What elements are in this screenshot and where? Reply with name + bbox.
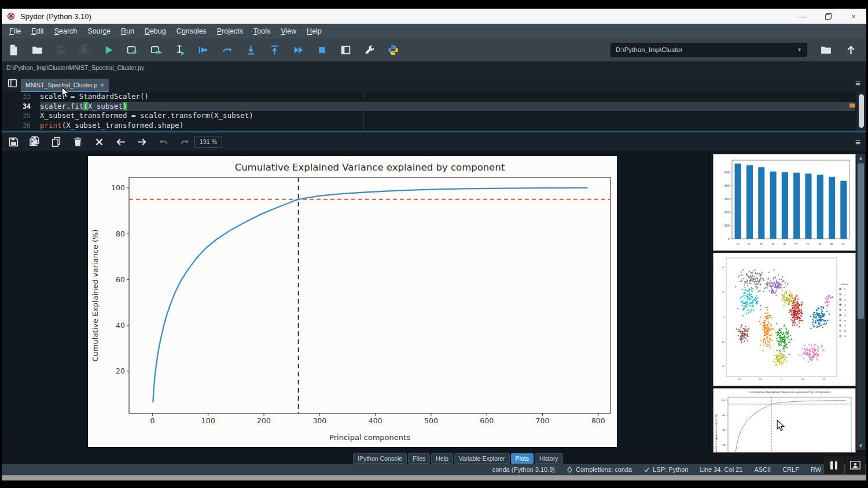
tab-ipython-console[interactable]: IPython Console — [353, 453, 407, 464]
column-ruler — [363, 92, 364, 131]
svg-text:500: 500 — [724, 171, 730, 174]
run-selection-button[interactable] — [174, 44, 186, 56]
run-file-button[interactable] — [102, 44, 115, 56]
code-editor[interactable]: 33scaler = StandardScaler()34scaler.fit(… — [2, 92, 866, 131]
svg-text:300: 300 — [724, 197, 730, 201]
run-cell-button[interactable] — [126, 44, 138, 56]
code-line-34[interactable]: 34scaler.fit(X_subset) — [2, 102, 855, 112]
next-plot-button[interactable] — [136, 136, 148, 148]
toolbar-buttons — [2, 44, 399, 56]
menu-debug[interactable]: Debug — [139, 25, 171, 37]
run-cell-advance-button[interactable] — [150, 44, 162, 56]
snapshot-button[interactable] — [845, 456, 865, 474]
debug-file-button[interactable] — [197, 44, 209, 56]
previous-plot-button[interactable] — [115, 136, 127, 148]
menu-projects[interactable]: Projects — [212, 25, 248, 37]
menu-view[interactable]: View — [275, 25, 301, 37]
restore-button[interactable] — [815, 9, 841, 24]
editor-options-icon[interactable]: ≡ — [855, 78, 860, 88]
svg-text:80: 80 — [722, 414, 726, 417]
menu-run[interactable]: Run — [116, 25, 139, 37]
editor-tab-active[interactable]: MNIST_Spectral_Cluster.py × — [21, 79, 109, 92]
browse-working-directory-button[interactable] — [820, 44, 832, 56]
svg-text:500: 500 — [424, 416, 438, 425]
copy-plot-button[interactable] — [50, 136, 62, 148]
svg-text:3: 3 — [795, 243, 798, 245]
svg-text:Principal components: Principal components — [329, 433, 410, 442]
menu-file[interactable]: File — [4, 25, 26, 37]
tab-close-icon[interactable]: × — [97, 82, 104, 88]
svg-text:9: 9 — [783, 243, 786, 245]
status-lsp: LSP: Python — [643, 466, 688, 473]
svg-text:Cumulative Explained variance: Cumulative Explained variance (%) — [715, 413, 718, 453]
close-button[interactable]: × — [841, 9, 866, 24]
tab-help[interactable]: Help — [431, 453, 453, 464]
preferences-button[interactable] — [363, 44, 376, 56]
menu-help[interactable]: Help — [301, 25, 327, 37]
menu-edit[interactable]: Edit — [26, 25, 49, 37]
tab-variable-explorer[interactable]: Variable Explorer — [454, 453, 510, 464]
save-all-button[interactable] — [79, 44, 91, 56]
working-directory-value: D:\Python_Imp\Cluster — [616, 46, 683, 53]
code-line-36[interactable]: 36print(X_subset_transformed.shape) — [2, 121, 855, 131]
tab-history[interactable]: History — [535, 453, 563, 464]
thumbnail-cumulative-variance-selected[interactable]: 010020030040050060070080020406080100Cumu… — [713, 388, 856, 453]
svg-text:0: 0 — [818, 243, 822, 245]
maximize-pane-button[interactable] — [340, 44, 352, 56]
plot-thumbnails-panel: 01002003004005001746932085 -40-2002040-4… — [709, 151, 867, 453]
pythonpath-manager-button[interactable] — [387, 44, 399, 56]
status-eol: CRLF — [782, 466, 799, 473]
chevron-down-icon[interactable]: ▼ — [793, 45, 802, 54]
editor-scrollbar-thumb[interactable] — [859, 94, 864, 128]
thumbnail-scatter-plot[interactable]: -40-2002040-40-2002040labels0123456789 — [713, 253, 856, 386]
completions-icon — [567, 467, 573, 473]
save-file-button[interactable] — [55, 44, 67, 56]
parent-directory-button[interactable] — [845, 44, 857, 56]
menu-search[interactable]: Search — [49, 25, 83, 37]
thumbnails-scrollbar[interactable]: ▲ ▼ — [856, 154, 865, 450]
plots-options-icon[interactable]: ≡ — [855, 137, 866, 147]
scroll-down-icon[interactable]: ▼ — [857, 443, 865, 449]
browse-tabs-icon[interactable] — [6, 77, 19, 90]
zoom-in-button[interactable] — [179, 136, 191, 148]
current-file-path: D:\Python_Imp\Cluster\MNIST_Spectral_Clu… — [6, 64, 144, 71]
save-all-plots-button[interactable] — [29, 136, 41, 148]
minimize-button[interactable]: — — [790, 9, 815, 24]
thumbnails-scrollbar-thumb[interactable] — [858, 163, 864, 319]
new-file-button[interactable] — [8, 44, 20, 56]
thumbnail-bar-chart[interactable]: 01002003004005001746932085 — [713, 154, 856, 251]
status-permissions: RW — [811, 466, 821, 473]
remove-all-plots-button[interactable] — [93, 136, 105, 148]
code-line-35[interactable]: 35X_subset_transformed = scaler.transfor… — [2, 111, 855, 121]
run-current-line-button[interactable] — [221, 44, 233, 56]
svg-text:1: 1 — [736, 243, 740, 245]
plot-cumulative-variance: 010020030040050060070080020406080100Cumu… — [88, 156, 617, 447]
status-interpreter: conda (Python 3.10.9) — [492, 466, 555, 473]
step-return-button[interactable] — [269, 44, 281, 56]
tab-files[interactable]: Files — [408, 453, 430, 464]
svg-text:9: 9 — [844, 335, 846, 338]
scroll-up-icon[interactable]: ▲ — [857, 155, 865, 161]
svg-text:2: 2 — [844, 298, 846, 301]
status-cursor-position: Line 34, Col 21 — [700, 466, 742, 473]
editor-tab-title: MNIST_Spectral_Cluster.py — [25, 82, 97, 88]
menu-source[interactable]: Source — [82, 25, 116, 37]
stop-debugging-button[interactable] — [316, 44, 328, 56]
pause-button[interactable] — [824, 456, 844, 474]
svg-text:0: 0 — [723, 316, 725, 319]
zoom-out-button[interactable] — [157, 136, 170, 148]
working-directory-combo[interactable]: D:\Python_Imp\Cluster ▼ — [610, 43, 807, 57]
spyder-window: Spyder (Python 3.10) —× FileEditSearchSo… — [0, 0, 868, 488]
window-title: Spyder (Python 3.10) — [20, 12, 91, 21]
code-line-33[interactable]: 33scaler = StandardScaler() — [2, 92, 855, 102]
continue-execution-button[interactable] — [292, 44, 304, 56]
save-plot-button[interactable] — [8, 136, 20, 148]
svg-text:40: 40 — [722, 266, 724, 269]
line-number: 35 — [2, 111, 40, 121]
menu-consoles[interactable]: Consoles — [171, 25, 212, 37]
open-file-button[interactable] — [31, 44, 43, 56]
menu-tools[interactable]: Tools — [248, 25, 275, 37]
tab-plots[interactable]: Plots — [511, 453, 534, 464]
remove-plot-button[interactable] — [72, 136, 84, 148]
step-into-button[interactable] — [245, 44, 257, 56]
